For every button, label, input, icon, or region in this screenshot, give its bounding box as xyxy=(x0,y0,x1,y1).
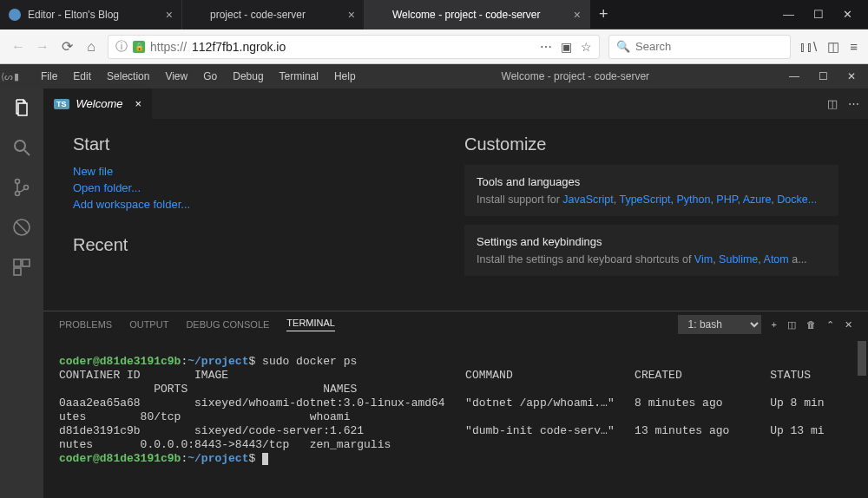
open-folder-link[interactable]: Open folder... xyxy=(73,181,447,194)
url-bar[interactable]: ⓘ 🔒 https://112f7fb1.ngrok.io ⋯ ▣ ☆ xyxy=(108,35,600,59)
search-icon: 🔍 xyxy=(616,40,630,53)
favicon xyxy=(9,9,21,21)
reload-button[interactable]: ⟳ xyxy=(59,38,75,55)
home-button[interactable]: ⌂ xyxy=(83,39,99,55)
library-icon[interactable]: ⫿⫿\ xyxy=(799,39,817,55)
svg-point-5 xyxy=(16,192,20,196)
link-php[interactable]: PHP xyxy=(716,193,737,206)
link-docker[interactable]: Docke... xyxy=(777,193,817,206)
maximize-panel-icon[interactable]: ⌃ xyxy=(826,319,834,331)
welcome-right: Customize Tools and languages Install su… xyxy=(464,134,838,295)
close-icon[interactable]: × xyxy=(159,8,173,22)
close-icon[interactable]: ✕ xyxy=(847,70,856,82)
kill-terminal-icon[interactable]: 🗑 xyxy=(806,319,816,330)
panel-tabs: PROBLEMS OUTPUT DEBUG CONSOLE TERMINAL 1… xyxy=(43,311,868,337)
vscode-titlebar: ⟨ᔕ▮ File Edit Selection View Go Debug Te… xyxy=(0,64,868,88)
svg-rect-9 xyxy=(14,259,21,266)
menu-debug[interactable]: Debug xyxy=(227,70,269,82)
menu-selection[interactable]: Selection xyxy=(101,70,155,82)
menu-icon[interactable]: ≡ xyxy=(850,39,858,55)
menu-file[interactable]: File xyxy=(35,70,63,82)
search-icon[interactable] xyxy=(11,137,32,158)
favicon xyxy=(191,9,203,21)
editor-tab-welcome[interactable]: TS Welcome × xyxy=(43,88,152,119)
link-sublime[interactable]: Sublime xyxy=(719,253,758,265)
close-window-icon[interactable]: ✕ xyxy=(843,8,852,21)
vscode-body: TS Welcome × ◫ ⋯ Start New file Open fol… xyxy=(0,88,868,498)
link-javascript[interactable]: JavaScript xyxy=(562,193,613,206)
reader-icon[interactable]: ▣ xyxy=(561,40,572,54)
svg-rect-11 xyxy=(14,268,21,275)
back-button[interactable]: ← xyxy=(10,39,26,55)
minimize-icon[interactable]: — xyxy=(783,8,794,21)
panel-tab-problems[interactable]: PROBLEMS xyxy=(59,319,112,330)
panel-tab-debug[interactable]: DEBUG CONSOLE xyxy=(186,319,269,330)
info-icon[interactable]: ⓘ xyxy=(115,39,128,55)
tab-label: Welcome - project - code-server xyxy=(392,9,541,21)
url-extras: ⋯ ▣ ☆ xyxy=(540,40,592,54)
more-icon[interactable]: ⋯ xyxy=(848,97,859,110)
menu-edit[interactable]: Edit xyxy=(67,70,97,82)
browser-tab-1[interactable]: Editor - Elton's Blog × xyxy=(0,0,182,29)
panel-actions: 1: bash + ◫ 🗑 ⌃ ✕ xyxy=(678,315,852,334)
keybindings-card[interactable]: Settings and keybindings Install the set… xyxy=(464,225,838,276)
forward-button[interactable]: → xyxy=(35,39,50,55)
panel-tab-terminal[interactable]: TERMINAL xyxy=(286,318,335,331)
split-terminal-icon[interactable]: ◫ xyxy=(787,319,796,331)
bookmark-icon[interactable]: ☆ xyxy=(581,40,592,54)
welcome-page: Start New file Open folder... Add worksp… xyxy=(43,119,868,311)
add-workspace-link[interactable]: Add workspace folder... xyxy=(73,198,447,211)
explorer-icon[interactable] xyxy=(11,97,32,118)
browser-tab-3[interactable]: Welcome - project - code-server × xyxy=(365,0,590,29)
link-typescript[interactable]: TypeScript xyxy=(619,193,670,206)
link-vim[interactable]: Vim xyxy=(694,253,713,265)
editor-actions: ◫ ⋯ xyxy=(827,97,868,110)
search-input[interactable] xyxy=(635,40,783,53)
extensions-icon[interactable] xyxy=(11,257,32,278)
maximize-icon[interactable]: ☐ xyxy=(819,70,828,82)
menu-go[interactable]: Go xyxy=(197,70,223,82)
lock-icon[interactable]: 🔒 xyxy=(133,41,145,53)
minimize-icon[interactable]: — xyxy=(789,70,799,82)
close-icon[interactable]: × xyxy=(135,97,141,110)
start-heading: Start xyxy=(73,134,447,154)
new-file-link[interactable]: New file xyxy=(73,165,447,178)
panel-tab-output[interactable]: OUTPUT xyxy=(129,319,168,330)
url-protocol: https:// xyxy=(150,40,187,54)
tools-card[interactable]: Tools and languages Install support for … xyxy=(464,165,838,216)
link-azure[interactable]: Azure xyxy=(743,193,772,206)
sidebar-icon[interactable]: ◫ xyxy=(827,39,839,55)
close-icon[interactable]: × xyxy=(341,8,355,22)
menu-terminal[interactable]: Terminal xyxy=(273,70,325,82)
maximize-icon[interactable]: ☐ xyxy=(813,8,824,21)
source-control-icon[interactable] xyxy=(11,177,32,198)
activity-bar xyxy=(0,88,43,498)
vscode-window-controls: — ☐ ✕ xyxy=(789,70,868,82)
customize-heading: Customize xyxy=(464,134,838,154)
debug-icon[interactable] xyxy=(11,217,32,238)
new-tab-button[interactable]: + xyxy=(590,5,617,23)
close-icon[interactable]: × xyxy=(567,8,581,22)
recent-heading: Recent xyxy=(73,235,447,255)
browser-tab-2[interactable]: project - code-server × xyxy=(182,0,365,29)
split-editor-icon[interactable]: ◫ xyxy=(827,97,838,110)
welcome-left: Start New file Open folder... Add worksp… xyxy=(73,134,447,295)
svg-text:▮: ▮ xyxy=(14,71,19,82)
coder-logo-icon: ⟨ᔕ▮ xyxy=(0,70,26,82)
scrollbar[interactable] xyxy=(858,341,866,376)
search-box[interactable]: 🔍 xyxy=(608,35,791,59)
close-panel-icon[interactable]: ✕ xyxy=(845,319,852,331)
terminal-select[interactable]: 1: bash xyxy=(678,315,761,334)
terminal[interactable]: coder@d81de3191c9b:~/project$ sudo docke… xyxy=(43,337,868,498)
menu-help[interactable]: Help xyxy=(328,70,362,82)
tab-label: project - code-server xyxy=(210,9,306,21)
new-terminal-icon[interactable]: + xyxy=(772,319,777,330)
link-atom[interactable]: Atom xyxy=(764,253,789,265)
svg-point-6 xyxy=(24,186,29,190)
ts-badge: TS xyxy=(54,99,69,109)
link-python[interactable]: Python xyxy=(676,193,710,206)
card-title: Settings and keybindings xyxy=(477,235,826,248)
browser-tabs: Editor - Elton's Blog × project - code-s… xyxy=(0,0,868,29)
more-icon[interactable]: ⋯ xyxy=(540,40,552,54)
menu-view[interactable]: View xyxy=(159,70,194,82)
